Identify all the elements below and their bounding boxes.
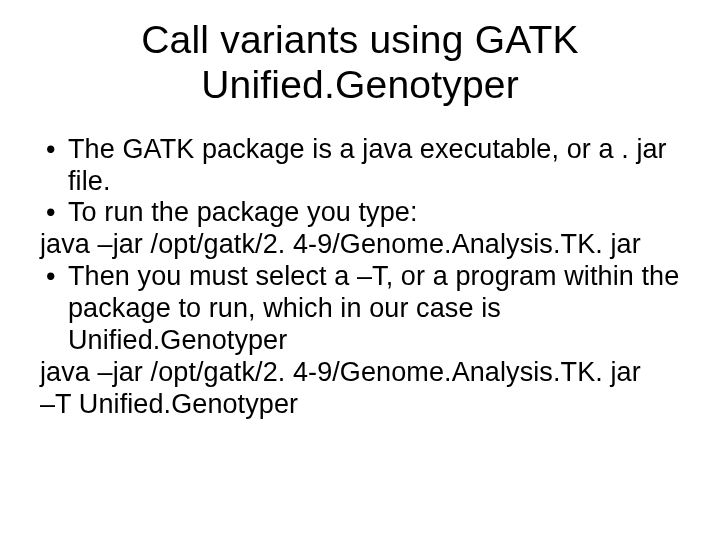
title-line-1: Call variants using GATK (141, 18, 579, 61)
code-text: java –jar /opt/gatk/2. 4-9/Genome.Analys… (40, 229, 641, 259)
code-line: –T Unified.Genotyper (40, 389, 680, 421)
slide: Call variants using GATK Unified.Genotyp… (0, 0, 720, 540)
slide-body: • The GATK package is a java executable,… (40, 134, 680, 421)
bullet-text: The GATK package is a java executable, o… (68, 134, 680, 198)
bullet-item: • To run the package you type: (40, 197, 680, 229)
slide-title: Call variants using GATK Unified.Genotyp… (40, 18, 680, 108)
bullet-dot-icon: • (46, 197, 68, 229)
bullet-dot-icon: • (46, 261, 68, 293)
bullet-dot-icon: • (46, 134, 68, 166)
bullet-text: Then you must select a –T, or a program … (68, 261, 680, 357)
bullet-item: • The GATK package is a java executable,… (40, 134, 680, 198)
code-text: –T Unified.Genotyper (40, 389, 298, 419)
code-line: java –jar /opt/gatk/2. 4-9/Genome.Analys… (40, 229, 680, 261)
bullet-text: To run the package you type: (68, 197, 680, 229)
bullet-item: • Then you must select a –T, or a progra… (40, 261, 680, 357)
title-line-2: Unified.Genotyper (201, 63, 519, 106)
code-text: java –jar /opt/gatk/2. 4-9/Genome.Analys… (40, 357, 641, 387)
code-line: java –jar /opt/gatk/2. 4-9/Genome.Analys… (40, 357, 680, 389)
